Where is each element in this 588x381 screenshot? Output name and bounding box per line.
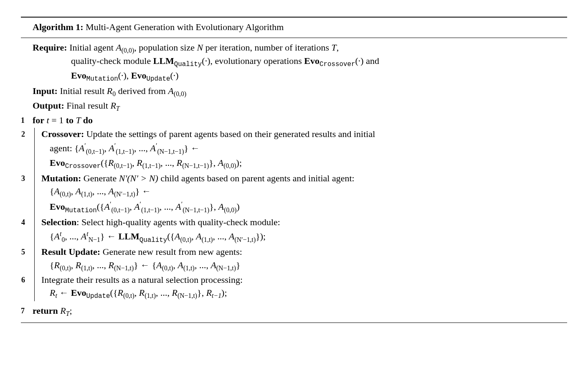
algorithm-title-text: Multi-Agent Generation with Evolutionary…	[86, 22, 284, 32]
line-6: 6 Integrate their results as a natural s…	[21, 274, 567, 301]
algorithm-block: Algorithm 1: Multi-Agent Generation with…	[21, 17, 567, 323]
rule-bottom	[21, 323, 567, 323]
input-row: Input: Initial result R0 derived from A(…	[21, 85, 567, 99]
require-row: Require: Initial agent A(0,0), populatio…	[21, 41, 567, 84]
line-7: 7 return RT;	[21, 305, 567, 318]
loop-body: 2 Crossover: Update the settings of pare…	[21, 127, 567, 302]
line-2: 2 Crossover: Update the settings of pare…	[21, 128, 567, 171]
output-row: Output: Final result RT	[21, 99, 567, 113]
require-label: Require:	[33, 42, 67, 53]
line-4: 4 Selection: Select high-quality agents …	[21, 216, 567, 245]
algorithm-body: Require: Initial agent A(0,0), populatio…	[21, 41, 567, 318]
line-3: 3 Mutation: Generate N′(N′ > N) child ag…	[21, 172, 567, 216]
algorithm-label: Algorithm 1:	[33, 22, 84, 32]
line-5: 5 Result Update: Generate new result fro…	[21, 246, 567, 272]
output-label: Output:	[33, 100, 64, 111]
algorithm-title: Algorithm 1: Multi-Agent Generation with…	[21, 20, 567, 35]
rule-top	[21, 17, 567, 18]
rule-mid	[21, 38, 567, 38]
input-label: Input:	[33, 86, 58, 96]
line-1: 1 for t = 1 to T do	[21, 114, 567, 127]
